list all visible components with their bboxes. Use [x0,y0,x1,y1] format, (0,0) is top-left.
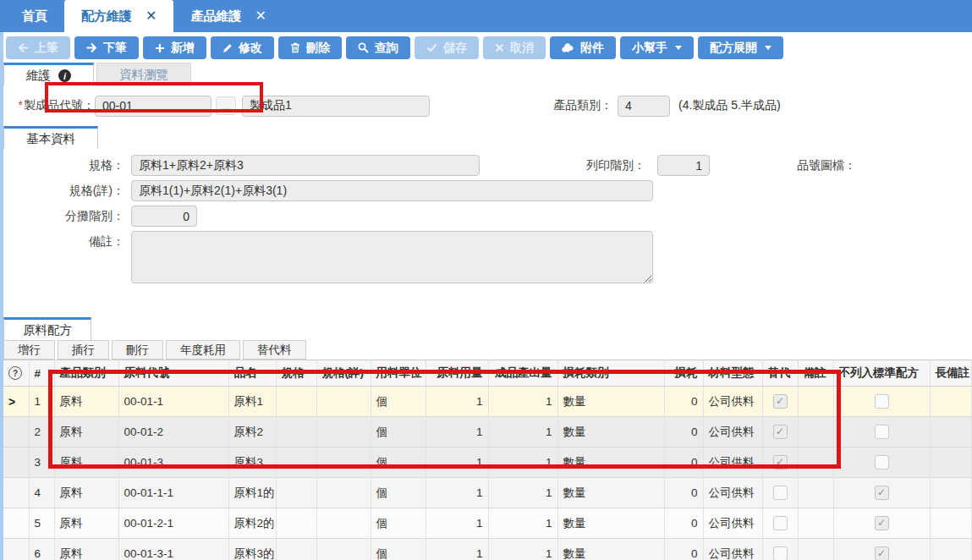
toolbar-button-配方展開[interactable]: 配方展開 [698,36,783,59]
cell-spec_detail [316,478,371,508]
grid-column-header: 長備註 [930,360,972,387]
toolbar-button-label: 修改 [239,41,262,56]
remark-textarea[interactable] [131,231,653,283]
cell-num: 6 [29,539,54,560]
substitute-checkbox[interactable]: ✓ [773,455,788,469]
substitute-checkbox[interactable]: ✓ [773,516,788,530]
print-level-input[interactable] [657,155,710,176]
cell-not_in_standard: ✓ [833,447,930,478]
toolbar-button-刪除[interactable]: 刪除 [278,36,342,59]
substitute-checkbox[interactable]: ✓ [773,425,788,439]
toolbar-button-小幫手[interactable]: 小幫手 [620,36,694,59]
toolbar-button-查詢[interactable]: 查詢 [346,36,410,59]
spec-detail-row: 規格(詳)： [3,180,972,201]
product-category-input[interactable] [618,96,670,117]
table-row[interactable]: 5原料00-01-2-1原料2的個11數量0公司供料✓✓ [3,508,972,539]
grid-button-增行[interactable]: 增行 [3,340,55,360]
cell-category: 原料 [54,478,118,508]
allocation-level-label: 分攤階別： [3,209,124,224]
cell-indicator [3,478,29,508]
not_in_standard-checkbox[interactable]: ✓ [875,425,889,439]
grid-button-替代料[interactable]: 替代料 [243,340,306,360]
window-tab-首頁[interactable]: 首頁 [5,0,64,32]
cell-name: 原料1的 [228,478,276,508]
grid-row-buttons: 增行插行刪行年度耗用替代料 [3,340,972,360]
tab-material-formula[interactable]: 原料配方 [3,317,91,340]
grid-button-插行[interactable]: 插行 [58,340,109,360]
product-name-input[interactable] [242,96,430,117]
grid-column-header: 材料型態 [703,360,762,387]
not_in_standard-checkbox[interactable]: ✓ [875,486,889,500]
table-row[interactable]: >1原料00-01-1原料1個11數量0公司供料✓✓ [3,387,972,417]
substitute-checkbox[interactable]: ✓ [773,486,788,500]
spec-detail-label: 規格(詳)： [3,184,124,199]
cell-spec [276,478,316,508]
window-tab-產品維護[interactable]: 產品維護✕ [173,0,283,32]
not_in_standard-checkbox[interactable]: ✓ [875,394,889,409]
cell-loss: 0 [664,539,703,560]
plus-icon [155,43,165,53]
spec-detail-input[interactable] [131,180,653,201]
cell-category: 原料 [54,387,118,417]
cell-spec_detail [316,539,371,560]
grid-button-年度耗用[interactable]: 年度耗用 [166,340,240,360]
cell-remark [798,447,833,478]
cell-material_type: 公司供料 [703,478,762,508]
cell-loss: 0 [664,508,703,539]
toolbar: 上筆下筆新增修改刪除查詢儲存取消附件小幫手配方展開 [3,32,972,61]
grid-button-刪行[interactable]: 刪行 [112,340,163,360]
cell-indicator: > [3,387,29,417]
cell-spec [276,447,316,478]
toolbar-button-修改[interactable]: 修改 [211,36,274,59]
cell-substitute: ✓ [762,387,798,417]
cell-qty: 1 [426,478,488,508]
cell-spec [276,539,316,560]
tab-basic-info[interactable]: 基本資料 [3,126,98,149]
cell-loss: 0 [664,387,703,417]
close-icon[interactable]: ✕ [255,9,266,23]
not_in_standard-checkbox[interactable]: ✓ [875,516,889,530]
view-tab-label: 資料瀏覽 [119,67,168,83]
required-mark: * [19,98,23,112]
cell-loss_type: 數量 [557,417,664,447]
cell-unit: 個 [371,539,426,560]
cell-name: 原料1 [228,387,276,417]
cell-indicator [3,447,29,478]
cell-material_type: 公司供料 [703,387,762,417]
pencil-icon [222,43,233,53]
substitute-checkbox[interactable]: ✓ [773,546,788,560]
toolbar-button-下筆[interactable]: 下筆 [74,36,139,59]
grid-column-header: 損耗類別 [557,360,664,387]
product-code-input[interactable] [95,96,211,117]
cell-output: 1 [488,539,557,560]
view-tab-資料瀏覽[interactable]: 資料瀏覽 [96,63,191,86]
product-code-lookup-button[interactable]: ... [216,96,236,115]
cell-name: 原料3的 [228,539,276,560]
toolbar-button-取消: 取消 [483,36,546,59]
toolbar-button-新增[interactable]: 新增 [143,36,206,59]
item-image-label: 品號圖檔： [735,158,856,173]
main-panel: 上筆下筆新增修改刪除查詢儲存取消附件小幫手配方展開 維護i資料瀏覽 *製成品代號… [0,32,972,560]
window-tab-label: 配方維護 [81,8,132,25]
allocation-level-input[interactable] [131,206,197,227]
table-row[interactable]: 3原料00-01-3原料3個11數量0公司供料✓✓ [3,447,972,478]
substitute-checkbox[interactable]: ✓ [773,394,788,409]
allocation-level-row: 分攤階別： [3,206,972,227]
close-icon[interactable]: ✕ [146,9,157,23]
window-tab-配方維護[interactable]: 配方維護✕ [64,0,173,32]
not_in_standard-checkbox[interactable]: ✓ [875,546,889,560]
view-tab-維護[interactable]: 維護i [3,63,94,86]
spec-input[interactable] [131,155,480,176]
toolbar-button-附件[interactable]: 附件 [550,36,616,59]
basic-info-section: 基本資料 規格： 列印階別： 品號圖檔： 規格(詳)： 分攤階別： 備註： [3,126,972,283]
table-row[interactable]: 4原料00-01-1-1原料1的個11數量0公司供料✓✓ [3,478,972,508]
info-icon: i [58,69,71,82]
cell-num: 5 [29,508,54,539]
table-row[interactable]: 6原料00-01-3-1原料3的個11數量0公司供料✓✓ [3,539,972,560]
remark-row: 備註： [3,231,972,283]
table-row[interactable]: 2原料00-01-2原料2個11數量0公司供料✓✓ [3,417,972,447]
grid-column-header: 損耗 [664,360,703,387]
cell-category: 原料 [54,539,118,560]
not_in_standard-checkbox[interactable]: ✓ [875,455,889,469]
search-icon [358,42,369,53]
